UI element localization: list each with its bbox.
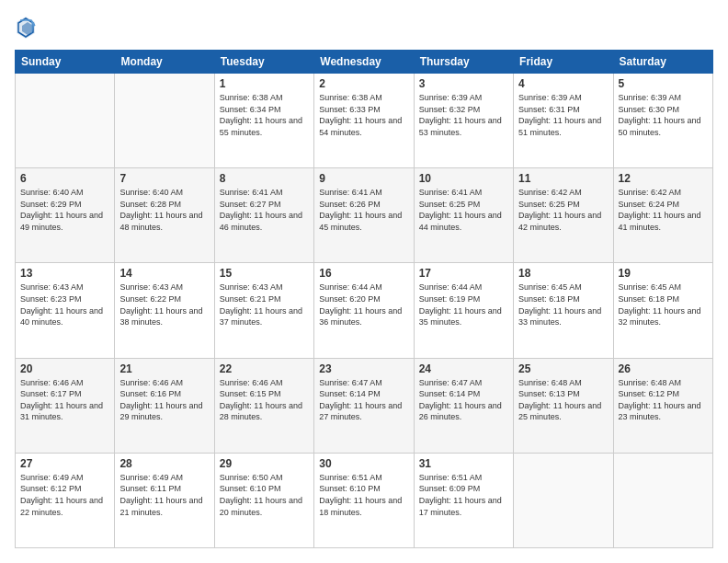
day-number: 16 [319, 267, 408, 280]
day-info: Sunrise: 6:39 AM Sunset: 6:30 PM Dayligh… [619, 92, 708, 138]
calendar-cell: 31Sunrise: 6:51 AM Sunset: 6:09 PM Dayli… [414, 453, 513, 547]
weekday-header-tuesday: Tuesday [214, 51, 313, 74]
calendar-cell: 2Sunrise: 6:38 AM Sunset: 6:33 PM Daylig… [314, 74, 414, 168]
day-number: 7 [119, 172, 209, 185]
day-number: 8 [220, 172, 309, 185]
day-number: 23 [319, 362, 408, 375]
day-number: 9 [319, 172, 408, 185]
day-info: Sunrise: 6:40 AM Sunset: 6:29 PM Dayligh… [20, 187, 109, 233]
calendar-cell: 22Sunrise: 6:46 AM Sunset: 6:15 PM Dayli… [214, 358, 313, 453]
weekday-header-sunday: Sunday [16, 51, 115, 74]
page: SundayMondayTuesdayWednesdayThursdayFrid… [0, 0, 728, 563]
calendar-cell: 7Sunrise: 6:40 AM Sunset: 6:28 PM Daylig… [115, 168, 214, 263]
calendar-cell: 23Sunrise: 6:47 AM Sunset: 6:14 PM Dayli… [314, 358, 414, 453]
day-info: Sunrise: 6:39 AM Sunset: 6:31 PM Dayligh… [518, 92, 608, 138]
day-info: Sunrise: 6:48 AM Sunset: 6:12 PM Dayligh… [619, 377, 708, 423]
day-number: 20 [20, 362, 109, 375]
day-info: Sunrise: 6:48 AM Sunset: 6:13 PM Dayligh… [518, 377, 608, 423]
weekday-header-friday: Friday [514, 51, 613, 74]
day-info: Sunrise: 6:43 AM Sunset: 6:22 PM Dayligh… [119, 282, 209, 327]
day-info: Sunrise: 6:46 AM Sunset: 6:15 PM Dayligh… [220, 377, 309, 423]
day-number: 12 [619, 172, 708, 185]
day-number: 31 [419, 457, 508, 470]
day-number: 17 [419, 267, 508, 280]
day-number: 4 [518, 77, 608, 90]
calendar-cell: 25Sunrise: 6:48 AM Sunset: 6:13 PM Dayli… [514, 358, 613, 453]
day-number: 10 [419, 172, 508, 185]
calendar-cell: 30Sunrise: 6:51 AM Sunset: 6:10 PM Dayli… [314, 453, 414, 547]
day-info: Sunrise: 6:45 AM Sunset: 6:18 PM Dayligh… [518, 282, 608, 327]
day-info: Sunrise: 6:38 AM Sunset: 6:33 PM Dayligh… [319, 92, 408, 138]
day-number: 15 [220, 267, 309, 280]
day-number: 21 [119, 362, 209, 375]
calendar-cell: 17Sunrise: 6:44 AM Sunset: 6:19 PM Dayli… [414, 263, 513, 358]
logo-icon [15, 15, 37, 40]
calendar-cell: 24Sunrise: 6:47 AM Sunset: 6:14 PM Dayli… [414, 358, 513, 453]
day-number: 30 [319, 457, 408, 470]
day-number: 3 [419, 77, 508, 90]
calendar-cell: 12Sunrise: 6:42 AM Sunset: 6:24 PM Dayli… [613, 168, 712, 263]
day-info: Sunrise: 6:44 AM Sunset: 6:19 PM Dayligh… [419, 282, 508, 327]
calendar-cell [16, 74, 115, 168]
day-info: Sunrise: 6:39 AM Sunset: 6:32 PM Dayligh… [419, 92, 508, 138]
day-info: Sunrise: 6:46 AM Sunset: 6:16 PM Dayligh… [119, 377, 209, 423]
calendar-cell: 15Sunrise: 6:43 AM Sunset: 6:21 PM Dayli… [214, 263, 313, 358]
day-number: 28 [119, 457, 209, 470]
calendar-cell [115, 74, 214, 168]
calendar-cell: 4Sunrise: 6:39 AM Sunset: 6:31 PM Daylig… [514, 74, 613, 168]
calendar-cell: 1Sunrise: 6:38 AM Sunset: 6:34 PM Daylig… [214, 74, 313, 168]
calendar-cell: 9Sunrise: 6:41 AM Sunset: 6:26 PM Daylig… [314, 168, 414, 263]
day-info: Sunrise: 6:50 AM Sunset: 6:10 PM Dayligh… [220, 472, 309, 518]
day-number: 26 [619, 362, 708, 375]
day-number: 2 [319, 77, 408, 90]
day-info: Sunrise: 6:49 AM Sunset: 6:11 PM Dayligh… [119, 472, 209, 518]
day-number: 19 [619, 267, 708, 280]
day-number: 29 [220, 457, 309, 470]
calendar-cell: 27Sunrise: 6:49 AM Sunset: 6:12 PM Dayli… [16, 453, 115, 547]
day-info: Sunrise: 6:38 AM Sunset: 6:34 PM Dayligh… [220, 92, 309, 138]
day-info: Sunrise: 6:49 AM Sunset: 6:12 PM Dayligh… [20, 472, 109, 518]
calendar-cell: 16Sunrise: 6:44 AM Sunset: 6:20 PM Dayli… [314, 263, 414, 358]
day-info: Sunrise: 6:47 AM Sunset: 6:14 PM Dayligh… [419, 377, 508, 423]
calendar-cell: 18Sunrise: 6:45 AM Sunset: 6:18 PM Dayli… [514, 263, 613, 358]
day-number: 22 [220, 362, 309, 375]
calendar-cell: 21Sunrise: 6:46 AM Sunset: 6:16 PM Dayli… [115, 358, 214, 453]
calendar-cell [613, 453, 712, 547]
day-number: 6 [20, 172, 109, 185]
calendar-cell: 11Sunrise: 6:42 AM Sunset: 6:25 PM Dayli… [514, 168, 613, 263]
calendar-cell: 14Sunrise: 6:43 AM Sunset: 6:22 PM Dayli… [115, 263, 214, 358]
day-number: 27 [20, 457, 109, 470]
day-info: Sunrise: 6:42 AM Sunset: 6:24 PM Dayligh… [619, 187, 708, 233]
calendar-cell: 13Sunrise: 6:43 AM Sunset: 6:23 PM Dayli… [16, 263, 115, 358]
day-number: 1 [220, 77, 309, 90]
weekday-header-monday: Monday [115, 51, 214, 74]
day-number: 14 [119, 267, 209, 280]
day-info: Sunrise: 6:45 AM Sunset: 6:18 PM Dayligh… [619, 282, 708, 327]
weekday-header-wednesday: Wednesday [314, 51, 414, 74]
day-info: Sunrise: 6:46 AM Sunset: 6:17 PM Dayligh… [20, 377, 109, 423]
calendar-cell: 20Sunrise: 6:46 AM Sunset: 6:17 PM Dayli… [16, 358, 115, 453]
day-info: Sunrise: 6:43 AM Sunset: 6:23 PM Dayligh… [20, 282, 109, 327]
day-info: Sunrise: 6:51 AM Sunset: 6:10 PM Dayligh… [319, 472, 408, 518]
day-number: 24 [419, 362, 508, 375]
day-number: 11 [518, 172, 608, 185]
calendar-cell: 26Sunrise: 6:48 AM Sunset: 6:12 PM Dayli… [613, 358, 712, 453]
day-info: Sunrise: 6:43 AM Sunset: 6:21 PM Dayligh… [220, 282, 309, 327]
calendar-table: SundayMondayTuesdayWednesdayThursdayFrid… [15, 50, 713, 548]
day-info: Sunrise: 6:41 AM Sunset: 6:26 PM Dayligh… [319, 187, 408, 233]
calendar-cell: 10Sunrise: 6:41 AM Sunset: 6:25 PM Dayli… [414, 168, 513, 263]
day-info: Sunrise: 6:41 AM Sunset: 6:27 PM Dayligh… [220, 187, 309, 233]
calendar-cell: 19Sunrise: 6:45 AM Sunset: 6:18 PM Dayli… [613, 263, 712, 358]
calendar-cell: 28Sunrise: 6:49 AM Sunset: 6:11 PM Dayli… [115, 453, 214, 547]
day-number: 13 [20, 267, 109, 280]
weekday-header-saturday: Saturday [613, 51, 712, 74]
day-info: Sunrise: 6:41 AM Sunset: 6:25 PM Dayligh… [419, 187, 508, 233]
logo [15, 15, 40, 40]
day-info: Sunrise: 6:51 AM Sunset: 6:09 PM Dayligh… [419, 472, 508, 518]
calendar-cell [514, 453, 613, 547]
day-number: 5 [619, 77, 708, 90]
day-info: Sunrise: 6:40 AM Sunset: 6:28 PM Dayligh… [119, 187, 209, 233]
calendar-cell: 6Sunrise: 6:40 AM Sunset: 6:29 PM Daylig… [16, 168, 115, 263]
calendar-cell: 5Sunrise: 6:39 AM Sunset: 6:30 PM Daylig… [613, 74, 712, 168]
day-number: 18 [518, 267, 608, 280]
